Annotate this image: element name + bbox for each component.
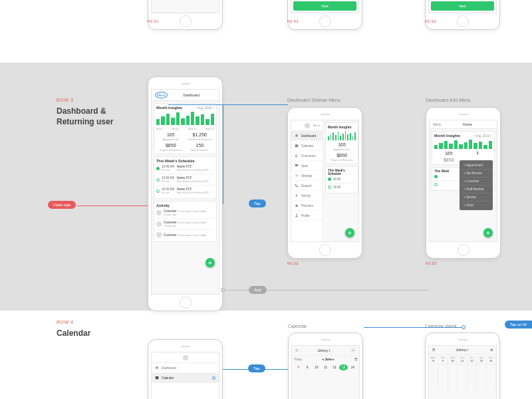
user-icon <box>156 210 162 215</box>
week-day[interactable]: Tue9 <box>438 354 448 364</box>
sidebar-item-apps[interactable]: Apps <box>291 161 323 171</box>
home-icon <box>155 366 159 370</box>
activity-card: Activity Customer Lorem ipsum was added2… <box>154 201 217 242</box>
cal-date[interactable]: 12 <box>330 364 339 370</box>
tap-pill: Tap <box>248 364 265 372</box>
screen-caption: Dashboard Sidebar Menu <box>287 98 340 102</box>
flow-node <box>221 288 225 292</box>
sidebar: Menu DashboardCalendarCustomersAppsSetti… <box>291 120 323 241</box>
home-button-icon <box>180 15 192 27</box>
sidebar-item-activity[interactable]: Activity <box>291 191 323 201</box>
sidebar-item-dashboard[interactable]: Dashboard <box>291 131 323 141</box>
add-appointment[interactable]: + Appointment <box>460 162 493 170</box>
user-icon <box>156 232 162 237</box>
fab-add[interactable]: + <box>483 228 493 237</box>
flow-arrow <box>76 205 151 206</box>
insights-chart <box>156 112 214 125</box>
card-title: This Week's Schedule <box>156 159 194 163</box>
cal-date[interactable]: 11 <box>321 364 331 370</box>
nav-indicator-icon <box>212 376 215 380</box>
sidebar-item-dashboard[interactable]: Dashboard <box>152 363 219 373</box>
sidebar-item-premium[interactable]: Premium <box>291 201 323 211</box>
week-day[interactable]: Thu11 <box>458 354 467 364</box>
sidebar-item-calendar[interactable]: Calendar <box>152 373 219 383</box>
phone-signup: FACEBOOK GOOGLE Have an account? Login <box>148 0 223 30</box>
sidebar-item-settings[interactable]: Settings <box>291 171 323 181</box>
cal-date[interactable]: 10 <box>312 364 321 370</box>
activity-item[interactable]: Customer Lorem ipsum was added2 days ago <box>156 207 214 219</box>
menu-button[interactable]: Menu <box>433 122 442 126</box>
phone-hours: Saturday 2:24 PM — 4:03 PM Sunday 2:24 P… <box>425 0 500 30</box>
screen-label: R3.S2 <box>287 261 299 265</box>
add-pill: Add <box>249 286 267 294</box>
schedule-item[interactable]: 10:45 AM90 minName XYZHair Works w/ Rich… <box>156 174 214 186</box>
sidebar-item-calendar[interactable]: Calendar <box>291 141 323 151</box>
screen-caption: Dashboard Add Menu <box>426 98 471 102</box>
svg-rect-2 <box>295 164 299 166</box>
card-title: Activity <box>156 203 170 207</box>
svg-rect-0 <box>295 144 299 147</box>
week-day[interactable]: Wed10 <box>448 354 458 364</box>
flow-arrow <box>168 104 288 105</box>
tap-pill: Tap <box>249 200 266 207</box>
next-button[interactable]: Next <box>293 1 356 11</box>
sidebar-item-customers[interactable]: Customers <box>291 151 323 161</box>
add-class[interactable]: + Class <box>460 201 493 209</box>
add-popup: + Appointment + Slot Blocker + Customer … <box>460 160 493 210</box>
avatar <box>183 355 188 360</box>
home-button-icon <box>319 244 331 256</box>
fab-add[interactable]: + <box>205 258 215 267</box>
month-selector[interactable]: < Aug, 2015 > <box>196 106 214 110</box>
phone-addmenu: Menu Home Month Insights< Aug, 2015 > 16… <box>426 107 501 259</box>
row-tag: ROW 3 <box>57 98 113 102</box>
phone-next: Next <box>287 0 362 30</box>
week-day[interactable]: Fri12 <box>467 354 477 364</box>
add-service[interactable]: + Service <box>460 194 493 201</box>
gear-icon <box>295 174 299 178</box>
next-button[interactable]: Next <box>431 1 494 11</box>
add-staff[interactable]: + Staff Member <box>460 186 493 194</box>
bolt-icon <box>295 194 299 198</box>
gear-icon[interactable] <box>350 348 356 353</box>
add-customer[interactable]: + Customer <box>460 178 493 186</box>
cal-date[interactable]: 8 <box>294 364 303 370</box>
tap-on-pill: Tap on W <box>505 321 532 329</box>
schedule-item[interactable]: 10:45 AM90 minName XYZHair Works w/ Rich… <box>156 163 214 174</box>
activity-item[interactable]: Customer Lorem ipsum was added <box>156 230 214 239</box>
sidebar-item-profile[interactable]: Profile <box>291 211 323 221</box>
phone-calendar-week: ☰ Johnny I. ⚙ Mon8Tue9Wed10Thu11Fri12Sat… <box>425 332 500 399</box>
row-3-label: ROW 3 Dashboard & Returning user <box>57 98 113 127</box>
today-button[interactable]: Today <box>294 358 302 361</box>
sidebar-item-support[interactable]: Support <box>291 181 323 191</box>
schedule-item[interactable]: 10:45 AM90 minName XYZHair Works w/ Rich… <box>156 186 214 196</box>
user-select[interactable]: Johnny I. <box>456 348 469 352</box>
svg-point-3 <box>296 175 297 176</box>
activity-item[interactable]: Customer Lorem ipsum was added1 days ago <box>156 219 214 230</box>
cal-date[interactable]: 13 <box>339 364 348 370</box>
week-day[interactable]: Sat13 <box>477 354 486 364</box>
menu-button[interactable]: Menu <box>155 92 168 98</box>
home-icon <box>295 134 299 138</box>
screen-label: R3.S3 <box>426 261 437 265</box>
open-app-pill: Open app <box>48 201 76 209</box>
add-slotblocker[interactable]: + Slot Blocker <box>460 170 493 178</box>
svg-rect-7 <box>156 376 159 377</box>
fab-add[interactable]: + <box>345 228 354 237</box>
user-select[interactable]: Johnny I. <box>317 348 331 352</box>
monitor-icon <box>295 164 299 168</box>
calendar-icon <box>155 376 159 380</box>
week-day[interactable]: Sun14 <box>487 354 496 364</box>
row-4-label: ROW 4 Calendar <box>57 320 90 339</box>
phone-calendar: ☰ Johnny I. Today ◂ June ▸ ☰ 89101112131… <box>288 332 363 399</box>
page-title: Home <box>463 122 471 126</box>
avatar <box>305 123 310 128</box>
cal-date[interactable]: 9 <box>303 364 313 370</box>
cal-date[interactable]: 14 <box>348 364 357 370</box>
flow-arrow <box>223 104 223 204</box>
flow-arrow <box>364 327 464 328</box>
week-day[interactable]: Mon8 <box>429 354 438 364</box>
insights-card: Month Insights < Aug, 2015 > Aug 1 Aug 5… <box>154 103 217 154</box>
schedule-card: This Week's Schedule 10:45 AM90 minName … <box>154 156 217 199</box>
home-button-icon <box>180 297 192 309</box>
phone-sidebar: Menu DashboardCalendarCustomersAppsSetti… <box>287 107 362 259</box>
